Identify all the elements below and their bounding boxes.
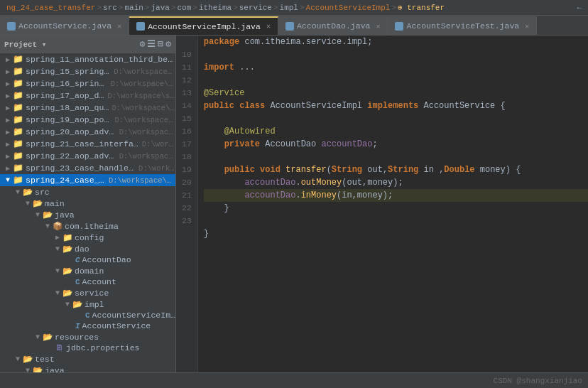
bottom-bar: CSDN @shangxianjiao: [0, 372, 588, 388]
sidebar-item-src[interactable]: ▼ 📂 src: [0, 186, 175, 198]
tab-close[interactable]: ✕: [266, 22, 271, 31]
code-line-blank2: [204, 74, 588, 87]
tab-accountservice[interactable]: AccountService.java ✕: [0, 16, 129, 35]
code-line-autowired: @Autowired: [204, 125, 588, 138]
tab-icon: [136, 22, 145, 31]
sidebar-item-spring23[interactable]: ▶ 📁 spring_23_case_handle_password D:\wo…: [0, 162, 175, 174]
tab-accountdao[interactable]: AccountDao.java ✕: [278, 16, 388, 35]
sidebar-item-test-java[interactable]: ▼ 📂 java: [0, 365, 175, 372]
breadcrumb-project: ng_24_case_transfer: [6, 4, 95, 12]
tab-accountservicetest[interactable]: AccountServiceTest.java ✕: [388, 16, 537, 35]
code-line-service-annot: @Service: [204, 87, 588, 99]
sidebar-item-domain[interactable]: ▼ 📂 domain: [0, 265, 175, 276]
breadcrumb-nav-back[interactable]: ←: [577, 4, 582, 12]
main-content: Project ▾ ⚙ ☰ ⊟ ⚙ ▶ 📁 spring_11_annotati…: [0, 36, 588, 372]
tab-close[interactable]: ✕: [376, 22, 380, 31]
code-line-blank4: [204, 151, 588, 163]
sidebar-item-spring22[interactable]: ▶ 📁 spring_22_aop_advice_data D:\workspa…: [0, 150, 175, 162]
tab-label: AccountDao.java: [297, 21, 371, 31]
sidebar-more-icon[interactable]: ⚙: [165, 38, 171, 50]
code-line-field: private AccountDao accountDao;: [204, 138, 588, 151]
code-area: 10 11 12 13 14 15 16 17 18 19 20 21 22 2…: [176, 36, 588, 372]
code-line-class-decl: public class AccountServiceImpl implemen…: [204, 99, 588, 112]
tab-label: AccountService.java: [18, 21, 111, 31]
sidebar-item-spring20[interactable]: ▶ 📁 spring_20_aop_advice_type D:\workspa…: [0, 126, 175, 138]
code-line-1: package com.itheima.service.impl;: [204, 36, 588, 48]
breadcrumb: ng_24_case_transfer > src > main > java …: [0, 0, 588, 16]
code-line-blank8: [204, 266, 588, 279]
code-line-blank6: [204, 240, 588, 253]
sidebar-item-jdbc-props[interactable]: ▶ 🗎 jdbc.properties: [0, 343, 175, 353]
tab-icon: [7, 22, 16, 31]
sidebar-item-dao[interactable]: ▼ 📂 dao: [0, 243, 175, 254]
sidebar-title: Project ▾: [4, 40, 46, 49]
sidebar-item-com-itheima[interactable]: ▼ 📦 com.itheima: [0, 220, 175, 232]
code-line-import: import ...: [204, 61, 588, 74]
sidebar-item-config[interactable]: ▶ 📁 config: [0, 232, 175, 243]
code-empty-space[interactable]: [204, 279, 588, 372]
sidebar-collapse-icon[interactable]: ⊟: [158, 38, 163, 50]
sidebar-item-impl[interactable]: ▼ 📂 impl: [0, 298, 175, 310]
sidebar-item-spring18[interactable]: ▶ 📁 spring_18_aop_quickstart D:\workspac…: [0, 102, 175, 114]
sidebar-item-spring11[interactable]: ▶ 📁 spring_11_annotation_third_bean_mana…: [0, 53, 175, 65]
tabs-bar: AccountService.java ✕ AccountServiceImpl…: [0, 16, 588, 36]
sidebar-header: Project ▾ ⚙ ☰ ⊟ ⚙: [0, 36, 175, 53]
sidebar-item-spring24[interactable]: ▼ 📁 spring_24_case_transfer D:\workspace…: [0, 174, 175, 186]
tab-label: AccountServiceImpl.java: [148, 22, 261, 31]
tab-close[interactable]: ✕: [117, 22, 121, 31]
tab-accountserviceimpl[interactable]: AccountServiceImpl.java ✕: [129, 16, 278, 35]
watermark: CSDN @shangxianjiao: [494, 377, 582, 385]
code-line-inmoney: ➤ accountDao.inMoney(in,money);: [204, 189, 588, 202]
code-line-blank7: [204, 253, 588, 266]
sidebar-item-resources[interactable]: ▼ 📂 resources: [0, 331, 175, 343]
sidebar-header-icons: ⚙ ☰ ⊟ ⚙: [140, 38, 171, 50]
tab-label: AccountServiceTest.java: [406, 21, 519, 31]
line-numbers: 10 11 12 13 14 15 16 17 18 19 20 21 22 2…: [176, 36, 198, 372]
sidebar: Project ▾ ⚙ ☰ ⊟ ⚙ ▶ 📁 spring_11_annotati…: [0, 36, 176, 372]
code-line-outmoney: accountDao.outMoney(out,money);: [204, 176, 588, 189]
sidebar-item-test[interactable]: ▼ 📂 test: [0, 353, 175, 365]
code-line-blank3: [204, 112, 588, 125]
code-line-method-close: }: [204, 202, 588, 215]
code-content: 10 11 12 13 14 15 16 17 18 19 20 21 22 2…: [176, 36, 588, 372]
tab-close[interactable]: ✕: [525, 22, 529, 31]
tab-icon: [395, 22, 403, 31]
sidebar-item-spring19[interactable]: ▶ 📁 spring_19_aop_pointcut D:\workspace\…: [0, 114, 175, 126]
sidebar-item-java[interactable]: ▼ 📂 java: [0, 209, 175, 220]
code-lines[interactable]: package com.itheima.service.impl; import…: [198, 36, 588, 372]
tab-icon: [285, 22, 294, 31]
code-line-method-decl: public void transfer(String out,String i…: [204, 163, 588, 176]
code-line-class-close: }: [204, 227, 588, 240]
sidebar-settings-icon[interactable]: ⚙: [140, 38, 146, 50]
sidebar-item-main[interactable]: ▼ 📂 main: [0, 198, 175, 209]
sidebar-item-spring15[interactable]: ▶ 📁 spring_15_spring_mybatis D:\workspac…: [0, 65, 175, 77]
sidebar-item-spring17[interactable]: ▶ 📁 spring_17_aop_demo D:\workspace\s...: [0, 90, 175, 102]
code-line-blank5: [204, 215, 588, 227]
code-line-blank1: [204, 48, 588, 61]
sidebar-item-service[interactable]: ▼ 📂 service: [0, 287, 175, 298]
sidebar-item-accountdao[interactable]: ▶ C AccountDao: [0, 254, 175, 265]
sidebar-item-accountservice[interactable]: ▶ I AccountService: [0, 320, 175, 331]
sidebar-item-spring21[interactable]: ▶ 📁 spring_21_case_interface_run_speed D…: [0, 138, 175, 150]
sidebar-item-accountserviceimpl[interactable]: ▶ C AccountServiceImpl: [0, 310, 175, 320]
sidebar-layout-icon[interactable]: ☰: [147, 38, 156, 50]
sidebar-item-spring16[interactable]: ▶ 📁 spring_16_spring_junit D:\workspace\…: [0, 77, 175, 90]
sidebar-item-account[interactable]: ▶ C Account: [0, 276, 175, 287]
